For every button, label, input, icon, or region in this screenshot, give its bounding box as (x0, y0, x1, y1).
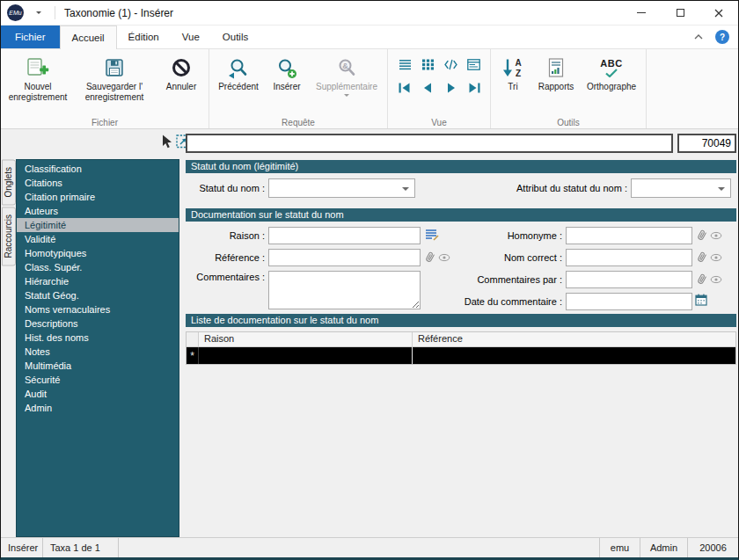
next-record-button[interactable] (443, 81, 458, 94)
maximize-button[interactable] (661, 1, 699, 25)
insert-button[interactable]: Insérer (265, 51, 309, 92)
last-record-button[interactable] (465, 81, 481, 94)
lookup-list-button[interactable] (425, 229, 439, 241)
sidebar-item-securite[interactable]: Sécurité (17, 373, 179, 387)
sidebar-item-statut-geog[interactable]: Statut Géog. (17, 288, 179, 302)
view-list-button[interactable] (397, 58, 413, 71)
sidebar-item-notes[interactable]: Notes (17, 345, 179, 359)
homonyme-input[interactable] (566, 227, 692, 244)
spellcheck-abc-text: ABC (600, 59, 622, 69)
view-form-button[interactable] (465, 58, 481, 71)
new-record-icon (26, 54, 49, 82)
sidebar-item-multimedia[interactable]: Multimédia (17, 359, 179, 373)
commentaires-textarea[interactable] (268, 271, 421, 309)
ribbon-group-vue: Vue (388, 49, 491, 128)
nom-correct-attach-button[interactable] (696, 251, 708, 263)
sidebar-item-class-super[interactable]: Class. Supér. (17, 260, 179, 274)
minimize-icon (637, 12, 646, 13)
ribbon-right-controls: ? (694, 25, 738, 48)
raison-input[interactable] (268, 227, 421, 244)
sidebar-item-hist-des-noms[interactable]: Hist. des noms (17, 331, 179, 345)
save-record-button[interactable]: Sauvegarder l'enregistrement (72, 51, 157, 103)
view-grid-button[interactable] (420, 58, 435, 71)
previous-record-button[interactable] (420, 81, 435, 94)
help-icon: ? (720, 33, 725, 42)
reference-input[interactable] (268, 249, 421, 266)
sidebar-item-citation-primaire[interactable]: Citation primaire (17, 190, 179, 204)
reference-attach-button[interactable] (424, 251, 436, 263)
collapse-ribbon-icon[interactable] (694, 34, 703, 40)
sidebar-item-admin[interactable]: Admin (17, 401, 179, 415)
row-selector-header[interactable] (187, 332, 199, 346)
quick-access-dropdown-button[interactable] (32, 6, 46, 20)
insert-label: Insérer (273, 82, 300, 92)
cancel-icon (171, 54, 192, 82)
new-row-marker[interactable]: * (187, 347, 199, 364)
status-account: Admin (640, 538, 687, 557)
sidebar-item-descriptions[interactable]: Descriptions (17, 316, 179, 331)
sidebar-item-hierarchie[interactable]: Hiérarchie (17, 274, 179, 288)
commentaires-par-view-button[interactable] (710, 275, 722, 284)
previous-search-button[interactable]: Précédent (212, 51, 265, 92)
section-header-liste: Liste de documentation sur le statut du … (186, 314, 736, 327)
sidebar-item-audit[interactable]: Audit (17, 387, 179, 401)
help-button[interactable]: ? (715, 30, 729, 44)
cell-reference[interactable] (413, 347, 735, 364)
new-record-button[interactable]: Nouvel enregistrement (4, 51, 72, 103)
paperclip-icon (694, 227, 711, 244)
column-header-raison[interactable]: Raison (199, 332, 413, 346)
sidebar-item-homotypiques[interactable]: Homotypiques (17, 246, 179, 260)
sidebar-item-classification[interactable]: Classification (17, 162, 179, 176)
next-record-icon (444, 83, 457, 93)
date-picker-button[interactable] (695, 294, 707, 306)
statut-du-nom-combobox[interactable] (268, 178, 415, 198)
table-header-row: Raison Référence (187, 332, 735, 347)
spellcheck-button[interactable]: ABC Orthographe (580, 51, 643, 92)
sort-button[interactable]: AZ Tri (494, 51, 532, 92)
ribbon-group-fichier: Nouvel enregistrement Sauvegarder l'enre… (1, 49, 209, 128)
close-button[interactable] (699, 1, 738, 25)
select-arrow-icon[interactable] (160, 135, 172, 149)
section-header-documentation: Documentation sur le statut du nom (186, 208, 736, 222)
vertical-tab-raccourcis[interactable]: Raccourcis (2, 207, 16, 265)
reports-button[interactable]: Rapports (532, 51, 580, 92)
paperclip-icon (694, 271, 711, 287)
minimize-button[interactable] (622, 1, 661, 25)
sidebar-item-auteurs[interactable]: Auteurs (17, 204, 179, 218)
homonyme-attach-button[interactable] (696, 229, 708, 241)
cell-raison[interactable] (199, 347, 413, 364)
paperclip-icon (694, 249, 711, 265)
sidebar-item-legitimite[interactable]: Légitimité (17, 218, 179, 232)
nom-correct-input[interactable] (566, 249, 692, 266)
tab-outils[interactable]: Outils (211, 25, 260, 48)
tab-vue[interactable]: Vue (171, 25, 211, 48)
view-code-button[interactable] (443, 58, 458, 71)
cancel-button[interactable]: Annuler (157, 51, 206, 92)
column-header-reference[interactable]: Référence (413, 332, 735, 346)
date-commentaire-input[interactable] (566, 293, 692, 310)
tab-accueil[interactable]: Accueil (60, 25, 117, 49)
tab-edition[interactable]: Édition (117, 25, 171, 48)
previous-search-label: Précédent (218, 82, 259, 92)
chevron-down-icon (344, 94, 349, 99)
nom-correct-view-button[interactable] (710, 253, 722, 262)
vertical-tab-onglets[interactable]: Onglets (2, 159, 16, 205)
commentaires-par-label: Commentaires par : (439, 271, 562, 288)
sidebar-item-noms-vernaculaires[interactable]: Noms vernaculaires (17, 302, 179, 316)
view-grid-icon (421, 59, 435, 70)
reports-icon (546, 54, 566, 82)
record-number-box: 70049 (677, 134, 736, 153)
table-row[interactable]: * (187, 347, 735, 364)
first-record-button[interactable] (397, 81, 413, 94)
status-port: 20006 (687, 538, 738, 557)
ribbon-tab-bar: Fichier Accueil Édition Vue Outils ? (1, 25, 738, 49)
sidebar-item-citations[interactable]: Citations (17, 176, 179, 190)
commentaires-par-attach-button[interactable] (696, 273, 708, 285)
homonyme-view-button[interactable] (710, 231, 722, 240)
tab-fichier[interactable]: Fichier (1, 25, 60, 48)
attribut-statut-combobox[interactable] (631, 178, 731, 198)
section-header-statut: Statut du nom (légitimité) (186, 160, 736, 173)
additional-search-button[interactable]: & Supplémentaire (309, 51, 384, 99)
sidebar-item-validite[interactable]: Validité (17, 232, 179, 246)
commentaires-par-input[interactable] (566, 271, 692, 288)
